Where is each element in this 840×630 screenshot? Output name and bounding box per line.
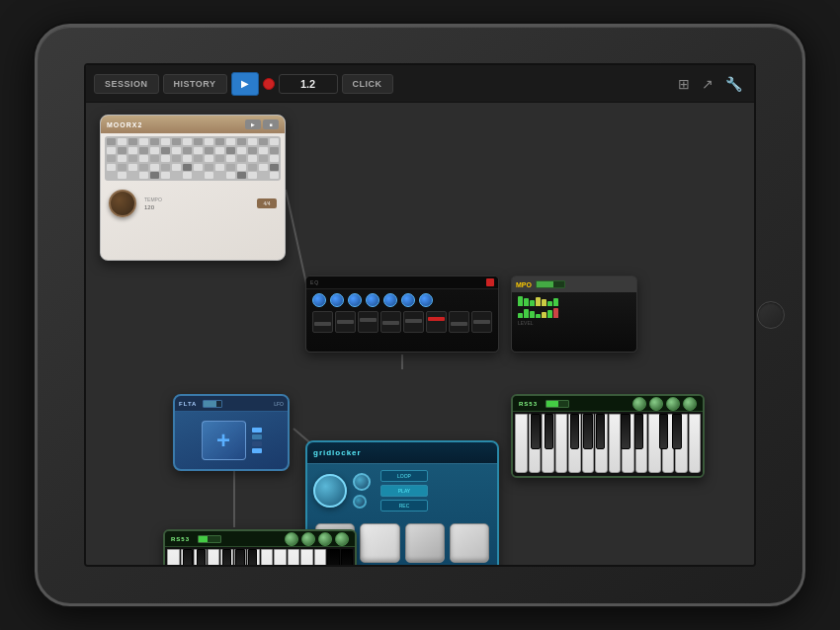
mixer-icon[interactable]: ⊞ (674, 76, 694, 92)
rs53-bottom-knob-2[interactable] (301, 532, 315, 546)
grillo-btn-1[interactable]: LOOP (380, 470, 428, 482)
eq-knob-3[interactable] (348, 293, 362, 307)
key-w-2[interactable] (529, 414, 542, 473)
bot-key-w-2[interactable] (181, 549, 194, 565)
moorx2-module[interactable]: MOORX2 ▶ ■ (100, 115, 286, 261)
key-w-6[interactable] (582, 414, 595, 473)
meter-bar-4 (536, 297, 541, 306)
flta-title: FLTA (179, 401, 197, 407)
meter-bar-8 (518, 313, 523, 318)
ipad-screen: SESSION HistorY ▶ 1.2 CLICK ⊞ ↗ 🔧 (84, 63, 756, 567)
eq-knob-7[interactable] (419, 293, 433, 307)
rs53-mid-knob-4[interactable] (683, 397, 697, 411)
mixer-rec-led (486, 278, 494, 286)
key-w-4[interactable] (555, 414, 568, 473)
rs53-mid-knob-2[interactable] (649, 397, 663, 411)
bot-key-w-6[interactable] (234, 549, 247, 565)
eq-knob-6[interactable] (401, 293, 415, 307)
fader-6[interactable] (426, 311, 447, 333)
bot-key-w-11[interactable] (300, 549, 313, 565)
bot-key-w-5[interactable] (220, 549, 233, 565)
bot-key-w-12[interactable] (314, 549, 327, 565)
grillo-knob-3[interactable] (353, 495, 367, 509)
moorx2-controls: ▶ ■ (245, 119, 279, 129)
flta-module[interactable]: FLTA LFO + (173, 394, 290, 471)
key-w-10[interactable] (635, 414, 648, 473)
play-button[interactable]: ▶ (231, 72, 259, 96)
moorx2-main-knob[interactable] (109, 190, 136, 217)
rs53-bottom-knob-3[interactable] (318, 532, 332, 546)
fader-5[interactable] (403, 311, 424, 333)
mpo-label: LEVEL (518, 320, 630, 326)
rs53-mid-knob-1[interactable] (632, 397, 646, 411)
rs53-bottom-knob-1[interactable] (285, 532, 298, 546)
beat-counter: 1.2 (279, 74, 338, 94)
meter-bar-10 (530, 311, 535, 318)
moorx2-btn1[interactable]: 4/4 (257, 198, 277, 208)
toolbar: SESSION HistorY ▶ 1.2 CLICK ⊞ ↗ 🔧 (86, 65, 754, 103)
fader-2[interactable] (335, 311, 356, 333)
key-w-3[interactable] (542, 414, 554, 473)
click-button[interactable]: CLICK (342, 74, 393, 94)
moorx2-stop-btn[interactable]: ■ (263, 119, 279, 129)
flta-crystal: + (202, 421, 246, 460)
pad-4[interactable] (450, 523, 489, 563)
rs53-bottom-module[interactable]: RS53 (163, 529, 357, 565)
mixer-module[interactable]: EQ (305, 276, 499, 353)
key-w-13[interactable] (675, 414, 688, 473)
fader-3[interactable] (358, 311, 378, 333)
key-w-9[interactable] (622, 414, 634, 473)
fader-1[interactable] (312, 311, 333, 333)
play-icon: ▶ (241, 78, 249, 89)
bot-key-w-13[interactable] (327, 549, 340, 565)
eq-knob-1[interactable] (312, 293, 326, 307)
rs53-bottom-knob-4[interactable] (335, 532, 349, 546)
pad-3[interactable] (405, 523, 445, 563)
grillo-main-knob[interactable] (313, 474, 347, 508)
meter-bar-1 (518, 296, 523, 306)
flta-led-2 (252, 434, 262, 439)
meter-bar-9 (524, 309, 529, 318)
eq-knob-5[interactable] (383, 293, 397, 307)
fader-8[interactable] (471, 311, 492, 333)
mpo-module[interactable]: MPO (511, 276, 637, 353)
key-w-8[interactable] (609, 414, 622, 473)
flta-led-4 (252, 448, 262, 453)
key-w-1[interactable] (515, 414, 528, 473)
eq-knob-4[interactable] (366, 293, 379, 307)
rs53-mid-knob-3[interactable] (666, 397, 680, 411)
record-button[interactable] (263, 78, 275, 90)
session-button[interactable]: SESSION (94, 74, 159, 94)
fader-4[interactable] (380, 311, 401, 333)
moorx2-title: MOORX2 (107, 121, 142, 128)
bot-key-w-8[interactable] (261, 549, 274, 565)
bot-key-w-14[interactable] (341, 549, 354, 565)
moorx2-play-btn[interactable]: ▶ (245, 119, 261, 129)
bot-key-w-10[interactable] (288, 549, 300, 565)
flta-led-3 (252, 441, 262, 446)
ipad-frame: SESSION HistorY ▶ 1.2 CLICK ⊞ ↗ 🔧 (35, 24, 805, 606)
cable-icon[interactable]: ↗ (698, 76, 717, 92)
grillo-knob-2[interactable] (353, 473, 371, 491)
key-w-7[interactable] (595, 414, 608, 473)
wrench-icon[interactable]: 🔧 (721, 76, 746, 92)
key-w-5[interactable] (568, 414, 581, 473)
bot-key-w-9[interactable] (274, 549, 287, 565)
fader-7[interactable] (449, 311, 469, 333)
pad-2[interactable] (360, 523, 399, 563)
key-w-14[interactable] (689, 414, 702, 473)
bot-key-w-7[interactable] (247, 549, 260, 565)
home-button[interactable] (757, 301, 785, 329)
key-w-12[interactable] (662, 414, 675, 473)
history-button[interactable]: HistorY (163, 74, 227, 94)
rs53-mid-module[interactable]: RS53 (511, 394, 705, 478)
bot-key-w-1[interactable] (167, 549, 180, 565)
grillo-btn-3[interactable]: REC (380, 500, 428, 512)
bot-key-w-4[interactable] (208, 549, 220, 565)
key-w-11[interactable] (648, 414, 661, 473)
bot-key-w-3[interactable] (194, 549, 207, 565)
grillo-btn-2[interactable]: PLAY (380, 485, 428, 497)
grillo-title: gridlocker (313, 448, 362, 457)
rs53-bottom-display (198, 535, 221, 543)
eq-knob-2[interactable] (330, 293, 344, 307)
